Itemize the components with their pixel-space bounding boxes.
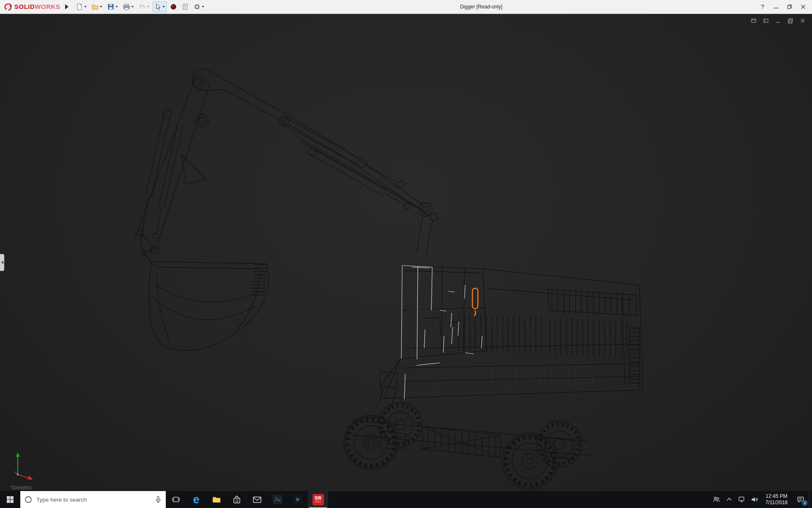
- brand-solid: SOLID: [14, 3, 35, 10]
- file-properties-button[interactable]: [180, 1, 190, 12]
- model-wheels[interactable]: [344, 403, 582, 489]
- model-boom-arm[interactable]: [134, 69, 438, 268]
- menu-expand-arrow[interactable]: [65, 4, 69, 9]
- system-tray: 12:45 PM 7/11/2018 2: [710, 491, 812, 508]
- open-button[interactable]: [90, 1, 104, 12]
- file-properties-icon: [182, 3, 189, 10]
- help-button[interactable]: ?: [756, 1, 769, 12]
- people-button[interactable]: [710, 491, 723, 508]
- window-controls: ?: [756, 1, 812, 12]
- brand-works: WORKS: [35, 3, 60, 10]
- quick-toolbar: [74, 1, 206, 12]
- orientation-triad-icon: [11, 449, 41, 483]
- hidden-icons-chevron-icon: [726, 496, 732, 503]
- undo-button[interactable]: [137, 1, 151, 12]
- select-cursor-icon: [154, 3, 161, 10]
- edge-icon: e: [193, 494, 199, 505]
- close-button[interactable]: [797, 1, 809, 12]
- microphone-icon[interactable]: [154, 495, 162, 504]
- ds-swoosh-icon: [3, 3, 13, 11]
- doc-window-icon-1[interactable]: [750, 17, 757, 24]
- dropdown-caret[interactable]: [162, 6, 165, 8]
- model-bucket[interactable]: [149, 262, 269, 351]
- windows-taskbar: e SW 2: [0, 491, 812, 508]
- restore-icon: [787, 4, 792, 9]
- taskbar-clock[interactable]: 12:45 PM 7/11/2018: [761, 491, 792, 508]
- taskbar-search[interactable]: [20, 491, 166, 508]
- save-icon: [107, 3, 114, 10]
- file-explorer-button[interactable]: [206, 491, 227, 508]
- hidden-icons-button[interactable]: [723, 491, 735, 508]
- view-orientation-label: *Dimetric: [10, 484, 33, 491]
- start-icon: [6, 496, 14, 503]
- solidworks-logo: SOLIDWORKS: [0, 3, 63, 11]
- save-button[interactable]: [106, 1, 120, 12]
- doc-minimize-icon[interactable]: [775, 17, 782, 24]
- model-body[interactable]: [376, 269, 643, 412]
- people-icon: [712, 495, 721, 504]
- appearance-sphere-icon: [170, 3, 177, 10]
- graphics-viewport[interactable]: *Dimetric: [0, 14, 812, 491]
- titlebar: SOLIDWORKS: [0, 0, 812, 14]
- dropdown-caret[interactable]: [100, 6, 102, 8]
- movies-tv-icon: [293, 494, 303, 505]
- new-document-icon: [76, 3, 83, 10]
- cortana-circle-icon: [24, 495, 33, 504]
- print-icon: [123, 3, 130, 10]
- start-button[interactable]: [0, 491, 20, 508]
- solidworks-icon: SW 2017: [313, 494, 324, 505]
- doc-restore-icon[interactable]: [787, 17, 794, 24]
- file-explorer-icon: [211, 494, 222, 505]
- featuremanager-collapsed-tab[interactable]: [0, 254, 4, 271]
- print-button[interactable]: [121, 1, 135, 12]
- options-gear-icon: [194, 3, 200, 10]
- clock-date: 7/11/2018: [765, 500, 788, 506]
- volume-icon: [750, 495, 759, 504]
- undo-icon: [139, 3, 145, 10]
- show-desktop-button[interactable]: [809, 491, 812, 508]
- dropdown-caret[interactable]: [147, 6, 149, 8]
- doc-window-icon-2[interactable]: [763, 17, 769, 24]
- panel-arrow-icon: [1, 261, 3, 264]
- task-view-button[interactable]: [166, 491, 186, 508]
- action-center-button[interactable]: 2: [792, 491, 809, 508]
- volume-button[interactable]: [748, 491, 761, 508]
- task-view-icon: [171, 495, 181, 504]
- close-icon: [801, 4, 806, 9]
- edge-button[interactable]: e: [186, 491, 206, 508]
- document-window-controls: [750, 17, 806, 24]
- search-input[interactable]: [36, 496, 151, 503]
- minimize-icon: [774, 4, 779, 9]
- mail-icon: [252, 494, 262, 505]
- photos-button[interactable]: [267, 491, 288, 508]
- dropdown-caret[interactable]: [202, 6, 204, 8]
- open-icon: [92, 3, 99, 10]
- store-icon: [232, 494, 242, 505]
- network-button[interactable]: [735, 491, 748, 508]
- options-button[interactable]: [192, 1, 206, 12]
- model-secondary-edges: [343, 144, 614, 396]
- solidworks-year: 2017: [315, 500, 321, 503]
- dropdown-caret[interactable]: [115, 6, 118, 8]
- maximize-button[interactable]: [783, 1, 796, 12]
- appearance-button[interactable]: [168, 1, 178, 12]
- dropdown-caret[interactable]: [131, 6, 134, 8]
- doc-close-icon[interactable]: [799, 17, 806, 24]
- document-title: Digger [Read-only]: [206, 4, 756, 10]
- model-selected-part[interactable]: [472, 288, 478, 316]
- mail-button[interactable]: [247, 491, 267, 508]
- network-icon: [738, 495, 746, 504]
- minimize-button[interactable]: [770, 1, 782, 12]
- clock-time: 12:45 PM: [765, 493, 787, 500]
- movies-tv-button[interactable]: [288, 491, 308, 508]
- store-button[interactable]: [227, 491, 247, 508]
- select-button[interactable]: [153, 1, 167, 12]
- digger-wireframe-model[interactable]: [0, 14, 812, 491]
- photos-icon: [272, 494, 283, 505]
- solidworks-taskbar-button[interactable]: SW 2017: [308, 491, 328, 508]
- notification-badge: 2: [802, 500, 808, 506]
- dropdown-caret[interactable]: [84, 6, 87, 8]
- new-document-button[interactable]: [74, 1, 88, 12]
